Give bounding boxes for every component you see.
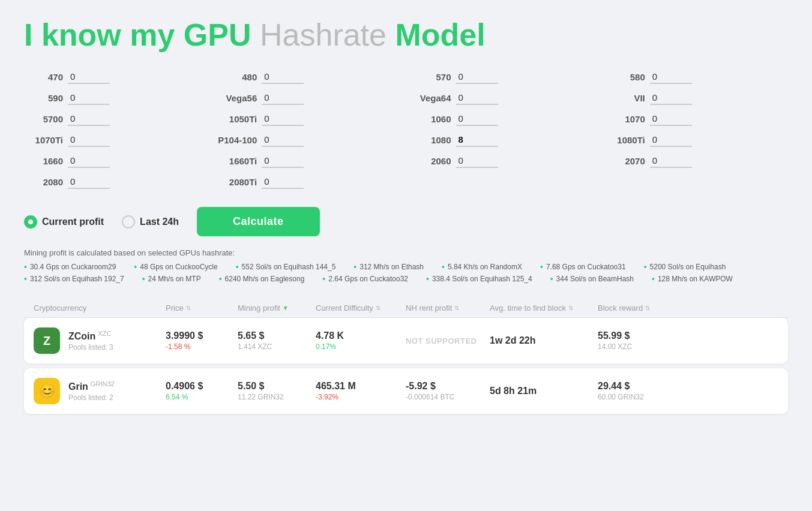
hashrate-item: 552 Sol/s on Equihash 144_5 <box>236 262 336 272</box>
gpu-row-vega56: Vega56 <box>218 91 400 105</box>
table-header-cell[interactable]: Mining profit ▼ <box>238 303 316 312</box>
gpu-input[interactable] <box>456 70 498 84</box>
controls: Current profit Last 24h Calculate <box>24 207 788 236</box>
gpu-input[interactable] <box>456 91 498 105</box>
gpu-label: 2080 <box>24 177 63 187</box>
hashrate-item: 6240 Mh/s on Eaglesong <box>219 274 305 284</box>
current-profit-radio[interactable] <box>24 215 37 229</box>
gpu-row-2080ti: 2080Ti <box>218 175 400 189</box>
block-reward-sub: 14.00 XZC <box>598 342 676 351</box>
gpu-row-vii: VII <box>606 91 788 105</box>
block-reward-sub: 60.00 GRIN32 <box>598 393 676 401</box>
table-header-cell[interactable]: Avg. time to find block ⇅ <box>490 303 598 312</box>
profit-sub: 1.414 XZC <box>238 342 316 351</box>
gpu-input[interactable] <box>68 91 110 105</box>
difficulty-cell: 4.78 K 0.17% <box>316 330 406 351</box>
gpu-label: 1080Ti <box>606 135 645 145</box>
table-row[interactable]: Z ZCoinXZC Pools listed: 3 3.9990 $ -1.5… <box>24 318 788 363</box>
current-profit-option[interactable]: Current profit <box>24 215 104 229</box>
gpu-input[interactable] <box>456 112 498 126</box>
table-header-cell[interactable]: Block reward ⇅ <box>598 303 676 312</box>
gpu-label: 1080 <box>412 135 451 145</box>
profit-cell: 5.50 $ 11.22 GRIN32 <box>238 381 316 401</box>
gpu-input[interactable] <box>262 112 304 126</box>
gpu-input[interactable] <box>650 112 692 126</box>
hashrate-item: 338.4 Sol/s on Equihash 125_4 <box>426 274 532 284</box>
coin-cell: Z ZCoinXZC Pools listed: 3 <box>34 327 166 354</box>
coin-icon: Z <box>34 327 60 354</box>
price-sub: 6.54 % <box>166 393 238 401</box>
gpu-input[interactable] <box>68 175 110 189</box>
coin-ticker: GRIN32 <box>91 380 115 387</box>
hashrate-item: 7.68 Gps on Cuckatoo31 <box>540 262 626 272</box>
gpu-input[interactable] <box>650 91 692 105</box>
gpu-label: 2060 <box>412 156 451 166</box>
gpu-input[interactable] <box>262 175 304 189</box>
gpu-input[interactable] <box>650 70 692 84</box>
gpu-input[interactable] <box>456 133 498 147</box>
table-row[interactable]: 😊 GrinGRIN32 Pools listed: 2 0.4906 $ 6.… <box>24 368 788 414</box>
sort-icon: ⇅ <box>454 305 459 311</box>
gpu-input[interactable] <box>262 91 304 105</box>
difficulty-main: 4.78 K <box>316 330 406 341</box>
coin-ticker: XZC <box>98 330 111 337</box>
gpu-label: 1660 <box>24 156 63 166</box>
gpu-input[interactable] <box>262 133 304 147</box>
gpu-row-1060: 1060 <box>412 112 594 126</box>
gpu-input[interactable] <box>262 154 304 168</box>
block-reward-main: 29.44 $ <box>598 381 676 392</box>
gpu-row-1080ti: 1080Ti <box>606 133 788 147</box>
current-profit-label: Current profit <box>42 217 104 227</box>
gpu-row-5700: 5700 <box>24 112 206 126</box>
hashrate-item: 2.64 Gps on Cuckatoo32 <box>322 274 408 284</box>
price-cell: 3.9990 $ -1.58 % <box>166 330 238 351</box>
coin-icon: 😊 <box>34 378 60 404</box>
gpu-row-1070: 1070 <box>606 112 788 126</box>
gpu-input[interactable] <box>68 133 110 147</box>
difficulty-main: 465.31 M <box>316 381 406 392</box>
avg-time-main: 5d 8h 21m <box>490 386 598 396</box>
last-24h-radio[interactable] <box>122 215 135 229</box>
gpu-row-580: 580 <box>606 70 788 84</box>
gpu-input[interactable] <box>262 70 304 84</box>
gpu-input[interactable] <box>68 154 110 168</box>
avg-time-cell: 1w 2d 22h <box>490 335 598 346</box>
sort-icon: ⇅ <box>376 305 380 311</box>
gpu-row-2070: 2070 <box>606 154 788 168</box>
gpu-input[interactable] <box>650 133 692 147</box>
gpu-label: VII <box>606 93 645 103</box>
gpu-label: 590 <box>24 93 63 103</box>
gpu-row-570: 570 <box>412 70 594 84</box>
gpu-input[interactable] <box>456 154 498 168</box>
hashrate-item: 5.84 Kh/s on RandomX <box>442 262 522 272</box>
calculate-button[interactable]: Calculate <box>197 207 320 236</box>
profit-sub: 11.22 GRIN32 <box>238 393 316 401</box>
block-reward-main: 55.99 $ <box>598 330 676 341</box>
last-24h-option[interactable]: Last 24h <box>122 215 179 229</box>
coin-pools: Pools listed: 2 <box>68 393 115 402</box>
avg-time-cell: 5d 8h 21m <box>490 386 598 396</box>
sort-icon: ⇅ <box>186 305 191 311</box>
coin-cell: 😊 GrinGRIN32 Pools listed: 2 <box>34 378 166 404</box>
hashrate-item: 5200 Sol/s on Equihash <box>644 262 726 272</box>
gpu-row-1660: 1660 <box>24 154 206 168</box>
gpu-input[interactable] <box>650 154 692 168</box>
gpu-input[interactable] <box>68 112 110 126</box>
hashrate-note: Mining profit is calculated based on sel… <box>24 248 788 257</box>
gpu-row-1080: 1080 <box>412 133 594 147</box>
gpu-label: 480 <box>218 72 257 82</box>
hashrate-item: 48 Gps on CuckooCycle <box>134 262 217 272</box>
price-sub: -1.58 % <box>166 342 238 351</box>
gpu-row-p104-100: P104-100 <box>218 133 400 147</box>
gpu-label: 470 <box>24 72 63 82</box>
gpu-row-1050ti: 1050Ti <box>218 112 400 126</box>
hashrate-item: 344 Sol/s on BeamHash <box>550 274 634 284</box>
table-header-cell[interactable]: Price ⇅ <box>166 303 238 312</box>
gpu-input[interactable] <box>68 70 110 84</box>
avg-time-main: 1w 2d 22h <box>490 335 598 346</box>
coin-name: ZCoinXZC <box>68 330 113 342</box>
table-header-cell[interactable]: NH rent profit ⇅ <box>406 303 490 312</box>
gpu-label: 1050Ti <box>218 114 257 124</box>
table-header-cell[interactable]: Current Difficulty ⇅ <box>316 303 406 312</box>
coin-info: GrinGRIN32 Pools listed: 2 <box>68 380 115 402</box>
